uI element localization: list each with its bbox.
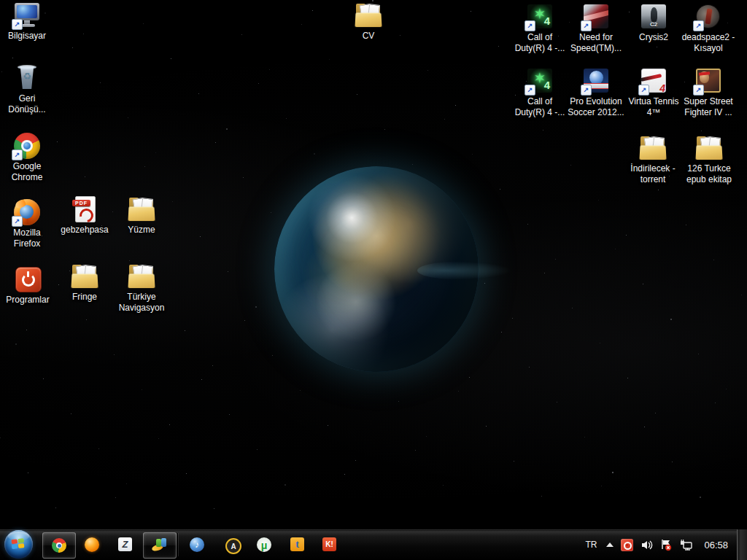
volume-icon[interactable] (640, 539, 653, 551)
z-media-app-icon: Z (117, 537, 133, 553)
desktop-icon-label: Crysis2 (623, 32, 684, 43)
desktop-icon-label: Call of Duty(R) 4 -... (509, 32, 570, 54)
t-app-icon: t (290, 537, 306, 553)
desktop-icon-indirilecek-torrent[interactable]: İndirilecek - torrent (622, 134, 684, 185)
k-app-icon: K! (322, 537, 338, 553)
utorrent-icon: µ (256, 537, 272, 553)
nfs-icon: ↗ (581, 3, 611, 31)
desktop-icon-label: deadspace2 - Kısayol (678, 32, 739, 54)
deadspace-icon: ↗ (694, 3, 723, 31)
desktop-icon-label: Türkiye Navigasyon (111, 292, 172, 314)
ssfiv-icon: ↗ (694, 67, 723, 95)
shortcut-arrow-icon: ↗ (638, 85, 649, 96)
desktop-icon-call-of-duty-4-b[interactable]: ✶4↗Call of Duty(R) 4 -... (509, 67, 570, 118)
taskbar-app-sync-people-app[interactable] (143, 532, 177, 559)
itunes-icon: ♪ (189, 537, 205, 553)
desktop-icon-label: Call of Duty(R) 4 -... (509, 96, 570, 118)
shortcut-arrow-icon: ↗ (581, 20, 592, 31)
taskbar-app-orange-orb-app[interactable] (76, 532, 108, 557)
earth-globe (274, 166, 479, 372)
desktop-icon-super-street-fighter-iv[interactable]: ↗Super Street Fighter IV ... (678, 67, 739, 118)
desktop-icon-label: Yüzme (111, 225, 172, 236)
vt4-icon: 4↗ (639, 67, 668, 95)
folder-icon (127, 195, 156, 223)
desktop-icon-label: Bilgisayar (0, 31, 58, 42)
shortcut-arrow-icon: ↗ (525, 85, 535, 96)
pdf-icon: PDF (70, 195, 99, 223)
action-center-flag-icon[interactable] (660, 539, 673, 551)
desktop-icon-label: İndirilecek - torrent (622, 163, 684, 185)
desktop-icon-label: Pro Evolution Soccer 2012... (565, 96, 627, 118)
desktop-icon-label: 126 Turkce epub ekitap (678, 163, 740, 185)
desktop-icon-virtua-tennis-4[interactable]: 4↗Virtua Tennis 4™ (623, 67, 684, 118)
desktop-icon-label: CV (338, 31, 399, 42)
desktop-icon-geri-donusum-kutusu[interactable]: ♻Geri Dönüşü... (0, 64, 58, 115)
desktop-icon-crysis2[interactable]: C2Crysis2 (623, 3, 684, 43)
taskbar-app-k-app[interactable]: K! (314, 532, 346, 557)
desktop-icon-turkce-epub-ekitap[interactable]: 126 Turkce epub ekitap (678, 134, 740, 185)
recycle-icon: ♻ (12, 64, 42, 92)
aimp-icon: A (224, 537, 240, 553)
taskbar: Z♪AµtK! TR (0, 529, 747, 560)
taskbar-app-aimp[interactable]: A (216, 532, 248, 557)
folder-icon (638, 134, 667, 162)
folder-icon (694, 134, 724, 162)
desktop-icon-google-chrome[interactable]: ↗Google Chrome (0, 132, 58, 183)
hidden-icons-arrow[interactable] (606, 542, 614, 547)
power-icon (13, 265, 42, 293)
desktop-icon-cv[interactable]: CV (338, 1, 399, 42)
desktop-icon-label: Super Street Fighter IV ... (678, 96, 739, 118)
taskbar-app-t-app[interactable]: t (282, 532, 314, 557)
red-power-app-icon[interactable] (621, 539, 633, 551)
desktop-icon-label: Geri Dönüşü... (0, 93, 58, 115)
desktop-icon-label: Programlar (0, 295, 58, 306)
crysis-icon: C2 (639, 3, 668, 31)
desktop-icon-bilgisayar[interactable]: ↗Bilgisayar (0, 1, 58, 42)
computer-icon: ↗ (12, 1, 42, 29)
desktop-icon-call-of-duty-4-a[interactable]: ✶4↗Call of Duty(R) 4 -... (509, 3, 570, 54)
desktop-icon-fringe[interactable]: Fringe (54, 262, 115, 303)
desktop-icon-label: Google Chrome (0, 161, 58, 183)
desktop-icon-yuzme[interactable]: Yüzme (111, 195, 172, 236)
taskbar-separator (177, 533, 178, 556)
shortcut-arrow-icon: ↗ (693, 20, 704, 31)
folder-icon (70, 262, 99, 290)
shortcut-arrow-icon: ↗ (12, 216, 23, 227)
shortcut-arrow-icon: ↗ (693, 85, 704, 96)
desktop-icon-label: Need for Speed(TM)... (565, 32, 627, 54)
taskbar-app-z-media-app[interactable]: Z (109, 532, 142, 557)
sync-people-app-icon (152, 537, 168, 553)
cod4-icon: ✶4↗ (525, 67, 554, 95)
shortcut-arrow-icon: ↗ (12, 19, 23, 30)
show-desktop-button[interactable] (737, 529, 747, 560)
desktop-icon-programlar[interactable]: Programlar (0, 265, 58, 306)
chrome-icon (51, 537, 67, 553)
folder-icon (354, 1, 383, 29)
desktop-icon-gebzehpasa[interactable]: PDFgebzehpasa (54, 195, 115, 236)
chrome-icon: ↗ (12, 132, 42, 160)
desktop-icon-label: Fringe (54, 292, 115, 303)
network-icon[interactable] (680, 539, 692, 551)
system-tray: TR (583, 529, 735, 560)
desktop-icon-deadspace2-kisayol[interactable]: ↗deadspace2 - Kısayol (678, 3, 739, 54)
shortcut-arrow-icon: ↗ (581, 85, 592, 96)
folder-icon (127, 262, 156, 290)
desktop-icon-pro-evolution-soccer-2012[interactable]: ↗Pro Evolution Soccer 2012... (565, 67, 627, 118)
taskbar-app-itunes[interactable]: ♪ (181, 532, 213, 557)
cod4-icon: ✶4↗ (525, 3, 554, 31)
desktop-icon-turkiye-navigasyon[interactable]: Türkiye Navigasyon (111, 262, 172, 314)
pes-icon: ↗ (581, 67, 611, 95)
desktop-icon-label: gebzehpasa (54, 225, 115, 236)
orange-orb-app-icon (84, 537, 100, 553)
taskbar-clock[interactable]: 06:58 (704, 540, 728, 551)
taskbar-app-chrome[interactable] (42, 532, 76, 559)
shortcut-arrow-icon: ↗ (525, 20, 535, 31)
language-indicator[interactable]: TR (583, 538, 599, 551)
start-button[interactable] (4, 530, 33, 559)
desktop-icon-need-for-speed[interactable]: ↗Need for Speed(TM)... (565, 3, 627, 54)
firefox-icon: ↗ (12, 198, 42, 226)
windows-flag-icon (12, 538, 26, 551)
shortcut-arrow-icon: ↗ (12, 149, 23, 160)
taskbar-app-utorrent[interactable]: µ (248, 532, 280, 557)
desktop-icon-mozilla-firefox[interactable]: ↗Mozilla Firefox (0, 198, 58, 249)
